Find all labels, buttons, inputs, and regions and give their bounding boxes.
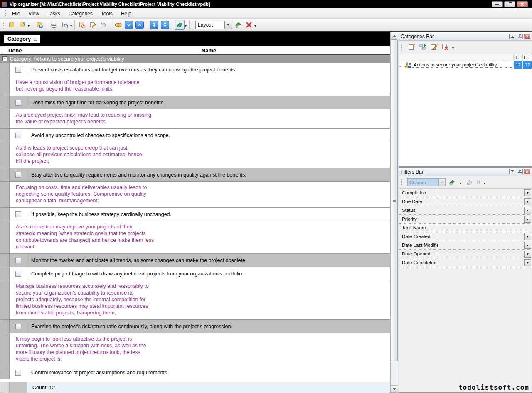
scroll-up-button[interactable] [391,32,398,39]
vertical-scrollbar[interactable] [390,32,398,393]
categories-restore-button[interactable] [509,34,515,39]
move-to-top-button[interactable] [160,20,170,30]
task-row[interactable]: Prevent costs escalations and budget ove… [0,63,390,76]
filters-restore-button[interactable] [509,169,515,174]
menu-item-tools[interactable]: Tools [97,9,117,18]
task-row[interactable]: If possible, keep the business strategy … [0,208,390,221]
apply-layout-button[interactable] [233,20,243,30]
notes-view-button[interactable] [175,20,185,30]
new-category-button[interactable] [407,43,416,51]
task-row[interactable]: Stay attentive to quality requirements a… [0,168,390,182]
filters-toolbar-dropdown[interactable]: ▾ [484,182,485,185]
delete-task-button[interactable] [99,20,108,30]
task-row[interactable]: Monitor the market and anticipate all tr… [0,254,390,267]
column-header-name[interactable]: Name [28,47,390,54]
open-database-dropdown[interactable]: ▾ [28,24,30,28]
edit-category-button[interactable] [430,43,438,51]
task-checkbox[interactable] [15,133,21,138]
note-row[interactable]: As a delayed project finish may lead to … [0,109,390,129]
note-row[interactable]: It may begin to look less attractive as … [0,333,390,366]
layout-combobox-dropdown[interactable]: ▼ [224,21,232,29]
move-up-button[interactable] [135,20,145,30]
scrollbar-thumb[interactable] [391,39,398,361]
filter-dropdown-button[interactable]: ▼ [524,207,531,214]
collapse-icon[interactable]: − [2,56,7,61]
category-item-label[interactable]: Actions to secure your project's viabili… [412,62,513,68]
task-checkbox[interactable] [15,324,21,329]
menu-item-view[interactable]: View [24,9,43,18]
close-button[interactable] [517,1,528,7]
move-to-bottom-button[interactable] [149,20,159,30]
clear-filter-button[interactable] [465,178,473,187]
task-row[interactable]: Examine the project's risk/return ratio … [0,320,390,333]
new-subcategory-button[interactable] [419,43,427,51]
filter-dropdown-button[interactable]: ▼ [524,251,531,258]
filter-preset-combobox[interactable]: Custom ▼ [407,178,446,186]
categories-count-column-1[interactable]: J... [513,54,522,61]
move-down-button[interactable] [124,20,134,30]
save-database-button[interactable] [34,20,44,30]
new-database-button[interactable] [7,20,17,30]
find-button[interactable] [113,20,123,30]
filter-dropdown-button[interactable]: ▼ [524,216,531,223]
restore-button[interactable] [504,1,515,7]
filter-dropdown-button[interactable]: ▼ [524,233,531,240]
note-row[interactable]: As this leads to project scope creep tha… [0,142,390,168]
filter-preset-dropdown[interactable]: ▼ [438,179,445,186]
open-database-button[interactable] [17,20,27,30]
task-row[interactable]: Avoid any uncontrolled changes to specif… [0,129,390,142]
column-header-done[interactable]: Done [0,47,28,54]
delete-category-button[interactable] [441,43,449,51]
note-row[interactable]: Focusing on costs, time and deliverables… [0,182,390,208]
filter-dropdown-button[interactable]: ▼ [524,198,531,205]
menu-item-file[interactable]: File [8,9,24,18]
layout-combobox[interactable]: Layout ▼ [195,21,232,29]
categories-toolbar-dropdown[interactable]: ▾ [452,46,454,50]
menu-item-categories[interactable]: Categories [64,9,97,18]
categories-pin-button[interactable] [517,34,523,39]
group-by-bar[interactable]: Category △ [0,32,390,46]
categories-bar-header[interactable]: Categories Bar [399,32,532,41]
edit-task-button[interactable] [88,20,98,30]
group-by-chip[interactable]: Category △ [4,35,40,43]
print-button[interactable] [49,20,59,30]
category-item[interactable]: Actions to secure your project's viabili… [399,61,532,69]
note-row[interactable]: Manage business resources accurately and… [0,280,390,320]
task-row[interactable]: Don't miss the right time for delivering… [0,96,390,109]
scroll-down-button[interactable] [391,385,398,392]
group-row[interactable]: − Category: Actions to secure your proje… [0,55,390,63]
filters-bar-header[interactable]: Filters Bar [399,168,532,176]
scrollbar-track[interactable] [391,39,398,385]
toolbar-overflow-dropdown[interactable]: ▾ [254,24,256,28]
task-checkbox[interactable] [15,271,21,277]
categories-count-column-2[interactable]: Г... [522,54,532,61]
filter-dropdown-button[interactable]: ▼ [524,242,531,249]
filter-dropdown-button[interactable]: ▼ [524,259,531,266]
minimize-button[interactable] [492,1,503,7]
categories-close-button[interactable] [524,34,530,39]
print-preview-dropdown[interactable]: ▾ [70,24,72,28]
note-row[interactable]: As its redirection may deprive your proj… [0,221,390,254]
filters-close-button[interactable] [524,169,530,174]
task-row[interactable]: Control relevance of project assumptions… [0,366,390,379]
task-checkbox[interactable] [15,67,21,73]
menu-item-tasks[interactable]: Tasks [43,9,64,18]
note-row[interactable]: Have a robust vision of budget performan… [0,76,390,96]
filters-pin-button[interactable] [517,169,523,174]
filter-dropdown-button[interactable]: ▼ [524,189,531,196]
print-preview-button[interactable] [60,20,70,30]
task-checkbox[interactable] [15,172,21,178]
task-checkbox[interactable] [15,211,21,217]
notes-view-dropdown[interactable]: ▾ [185,24,187,28]
task-row[interactable]: Complete project triage to withdraw any … [0,267,390,280]
apply-filter-dropdown[interactable]: ▾ [460,182,461,185]
task-checkbox[interactable] [15,370,21,376]
apply-filter-button[interactable] [448,178,457,187]
delete-layout-button[interactable] [244,20,254,30]
task-checkbox[interactable] [15,258,21,263]
titlebar[interactable]: Vip organizer [M:\Vlad\Checklists\Projec… [0,0,532,8]
add-task-button[interactable] [77,20,87,30]
delete-filter-button[interactable]: ✕ [476,179,481,185]
menu-item-help[interactable]: Help [117,9,135,18]
task-checkbox[interactable] [15,100,21,106]
